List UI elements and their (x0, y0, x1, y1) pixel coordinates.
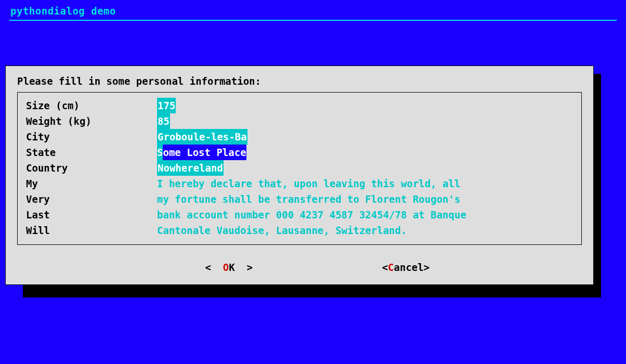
cancel-rest: ancel (394, 262, 424, 273)
field-row-state: State S ome Lost Place (26, 145, 573, 160)
label-size: Size (cm) (26, 98, 157, 113)
will-row-1: Very my fortune shall be transferred to … (26, 191, 573, 207)
ok-open-bracket: < (205, 262, 223, 273)
will-line-3[interactable]: Cantonale Vaudoise, Lausanne, Switzerlan… (157, 223, 573, 238)
will-line-0[interactable]: I hereby declare that, upon leaving this… (157, 176, 573, 191)
input-city[interactable]: Groboule-les-Ba (157, 129, 247, 145)
cancel-hotkey: C (388, 262, 394, 273)
ok-hotkey: O (223, 262, 229, 273)
ok-button[interactable]: < OK > (169, 250, 253, 284)
field-row-weight: Weight (kg) 85 (26, 113, 573, 129)
state-cursor-char: S (157, 145, 163, 160)
input-state[interactable]: S ome Lost Place (157, 145, 246, 160)
label-city: City (26, 129, 157, 145)
app-title: pythondialog demo (0, 0, 626, 19)
input-size[interactable]: 175 (157, 98, 176, 113)
cancel-button[interactable]: <Cancel> (346, 250, 429, 284)
form-dialog: Please fill in some personal information… (5, 66, 594, 285)
title-underline (9, 20, 617, 21)
ok-rest: K (229, 262, 234, 273)
input-weight[interactable]: 85 (157, 113, 170, 129)
button-row: < OK > <Cancel> (17, 250, 582, 287)
will-row-2: Last bank account number 000 4237 4587 3… (26, 207, 573, 223)
dialog-prompt: Please fill in some personal information… (17, 75, 582, 87)
label-weight: Weight (kg) (26, 113, 157, 129)
ok-close-bracket: > (235, 262, 253, 273)
label-state: State (26, 145, 157, 160)
label-will-1: Very (26, 191, 157, 207)
cancel-close-bracket: > (424, 262, 429, 273)
will-line-2[interactable]: bank account number 000 4237 4587 32454/… (157, 207, 573, 223)
label-will-2: Last (26, 207, 157, 223)
label-will-0: My (26, 176, 157, 191)
will-line-1[interactable]: my fortune shall be transferred to Flore… (157, 191, 573, 207)
label-country: Country (26, 160, 157, 176)
form-container: Size (cm) 175 Weight (kg) 85 City Grobou… (17, 92, 582, 245)
will-row-3: Will Cantonale Vaudoise, Lausanne, Switz… (26, 223, 573, 238)
state-rest-text: ome Lost Place (163, 145, 246, 160)
input-country[interactable]: Nowhereland (157, 160, 224, 176)
field-row-size: Size (cm) 175 (26, 98, 573, 113)
will-row-0: My I hereby declare that, upon leaving t… (26, 176, 573, 191)
cancel-open-bracket: < (382, 262, 388, 273)
field-row-country: Country Nowhereland (26, 160, 573, 176)
field-row-city: City Groboule-les-Ba (26, 129, 573, 145)
label-will-3: Will (26, 223, 157, 238)
